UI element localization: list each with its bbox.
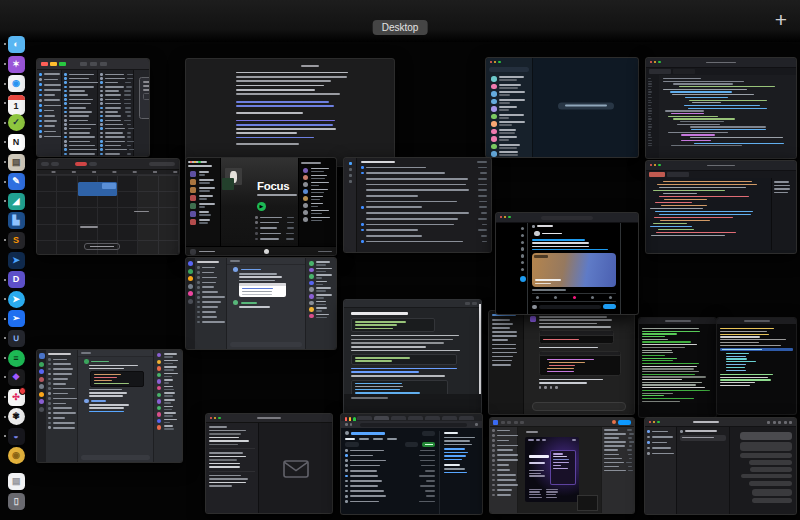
list-row [100,140,131,143]
address-bar[interactable] [360,423,467,427]
tweet-button[interactable] [520,276,526,282]
share-icon[interactable] [609,296,612,299]
reply-input[interactable] [539,305,602,309]
window-discord-a[interactable] [185,257,337,350]
chatgpt-input[interactable] [532,402,626,411]
row-label [202,296,224,298]
dock-stickies-icon[interactable]: ▤ [8,154,25,171]
share-button[interactable] [618,420,631,425]
window-terminal-a[interactable] [638,317,717,418]
add-desktop-button[interactable]: + [775,10,787,30]
like-icon[interactable] [573,296,576,299]
dock-telegram-icon[interactable]: ➤ [8,291,25,308]
dock-finder-icon[interactable]: ◐ [8,36,25,53]
star-button[interactable] [422,431,435,436]
dock-spotify-icon[interactable]: ≡ [8,350,25,367]
dock-sublime-text-icon[interactable]: S [8,232,25,249]
messages-icon[interactable] [521,247,524,250]
go-to-file[interactable] [405,442,418,447]
dock-document-icon[interactable]: ▤ [8,473,25,490]
tweet-media-card[interactable] [532,253,616,287]
space-label[interactable]: Desktop [373,20,428,35]
dock-docker-icon[interactable]: ▙ [8,212,25,229]
window-qa-page[interactable] [343,299,482,415]
avatar-labels [311,196,333,201]
profile-icon[interactable] [521,268,524,271]
home-icon[interactable] [521,227,524,230]
window-finder[interactable] [36,58,150,157]
text-line [648,83,652,84]
dock-discord-icon[interactable]: ∪ [8,330,25,347]
lists-icon[interactable] [521,261,524,264]
design-frame[interactable] [525,437,578,501]
selected-item[interactable] [680,435,726,441]
window-github[interactable] [340,413,483,515]
dock-linear-icon[interactable]: ◒ [8,428,25,445]
dock-trash-icon[interactable]: ▯ [8,493,25,510]
qa-scroll-edge[interactable] [479,304,480,396]
dock-things-icon[interactable]: ✓ [8,114,25,131]
row-icon [197,271,200,274]
repo-name-link[interactable] [351,432,385,435]
text-line [539,379,604,381]
branch-selector[interactable] [345,442,359,447]
retweet-icon[interactable] [554,296,557,299]
about-links[interactable] [444,448,478,460]
bookmarks-icon[interactable] [521,254,524,257]
window-code-editor[interactable] [645,57,797,159]
reply-icon[interactable] [536,296,539,299]
figma-menu[interactable] [493,420,498,425]
dock-slack-icon[interactable]: ✣ [8,389,25,406]
design-frame-2[interactable] [577,495,597,511]
views-icon[interactable] [591,296,594,299]
window-mail-list[interactable] [343,157,492,253]
message-bubble [750,467,792,471]
url-pill[interactable] [541,216,593,220]
message-input[interactable] [81,455,150,461]
window-calendar[interactable] [36,158,180,255]
window-text-document[interactable] [185,58,395,167]
window-markdown-editor[interactable] [645,160,797,254]
window-telegram[interactable] [485,57,639,158]
text-line [648,100,651,101]
toolbar-icons[interactable] [767,421,796,424]
dock-coin-app-icon[interactable]: ◉ [8,447,25,464]
chat-link[interactable] [89,411,124,413]
back-button[interactable] [345,423,348,426]
dock-safari-icon[interactable]: ◉ [8,75,25,92]
dock-figma-icon[interactable]: ❖ [8,369,25,386]
window-terminal-b[interactable] [716,317,797,415]
dock-dash-icon[interactable]: D [8,271,25,288]
window-figma[interactable] [489,417,635,514]
window-messages[interactable] [644,417,797,515]
forward-button[interactable] [350,423,353,426]
message-input[interactable] [230,342,302,348]
canvas[interactable] [518,427,601,514]
dock-craft-icon[interactable]: ✶ [8,56,25,73]
code-button[interactable] [422,442,435,447]
avatar [612,420,617,425]
explore-icon[interactable] [521,234,524,237]
dock-flighty-icon[interactable]: ➤ [8,252,25,269]
window-twitter[interactable] [495,212,639,315]
dock-chatgpt-icon[interactable]: ✾ [8,408,25,425]
reply-button[interactable] [603,304,616,309]
dock-calendar-icon[interactable]: 1 [8,95,25,112]
avatar-labels [199,203,217,208]
dock-notion-icon[interactable]: N [8,134,25,151]
avatar-labels [164,392,179,397]
play-button[interactable]: ▶ [257,202,266,211]
window-discord-b[interactable] [36,349,183,463]
dock-spark-mail-icon[interactable]: ➢ [8,310,25,327]
window-chatgpt[interactable] [488,310,635,415]
menu-button[interactable] [475,423,478,426]
browser-tabs[interactable] [341,414,482,421]
notifications-icon[interactable] [521,241,524,244]
playback-play-button[interactable] [264,249,269,254]
window-mail-empty[interactable] [205,413,333,514]
window-spotify[interactable]: Focus ▶ [185,157,337,256]
row-icon [39,78,42,81]
dock-pdf-annotator-icon[interactable]: ✎ [8,173,25,190]
message-actions[interactable] [539,386,629,389]
dock-vscode-icon[interactable]: ◢ [8,193,25,210]
